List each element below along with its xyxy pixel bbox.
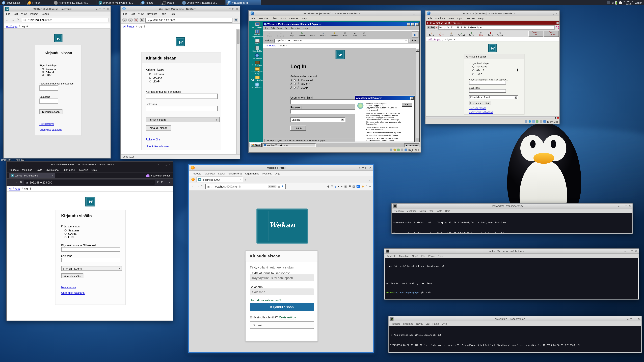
radio-salasana[interactable]: Salasana <box>472 65 487 68</box>
all-pages-link[interactable]: All Pages <box>428 38 440 40</box>
scrollbar[interactable]: ▲ <box>416 48 419 138</box>
menu-tyokalut[interactable]: Työkalut <box>262 172 272 175</box>
language-select[interactable]: Finnish / Suomi▾ <box>61 266 122 271</box>
refresh-button[interactable]: ↻Refresh <box>297 32 307 36</box>
language-select[interactable]: Suomi ⌄ <box>250 322 314 329</box>
language-select[interactable]: English▼ <box>290 117 345 122</box>
downloads-icon[interactable]: ↓ <box>335 185 336 188</box>
menu-file[interactable]: File <box>252 17 256 19</box>
back-button[interactable]: ⇦Back <box>264 32 275 37</box>
maximize-icon[interactable]: ▢ <box>625 204 627 207</box>
desktop-file-taito[interactable]: taito 1517 <box>16 158 26 161</box>
minimize-icon[interactable]: _ <box>407 23 410 26</box>
forgot-password-link[interactable]: Unohtuiko salasana <box>61 292 85 294</box>
page-info-icon[interactable]: ▢ <box>211 185 213 188</box>
menu-nayta[interactable]: Näytä <box>36 168 42 171</box>
extensions-puzzle-icon[interactable]: ⊞ <box>348 185 351 188</box>
username-input[interactable] <box>469 81 506 84</box>
register-link[interactable]: Rekisteröinti <box>146 138 160 141</box>
shade-icon[interactable]: ∧ <box>96 7 98 10</box>
password-input[interactable] <box>290 109 356 114</box>
mail-button[interactable]: ✉Mail <box>360 32 369 36</box>
forward-icon[interactable]: → <box>11 18 14 22</box>
stop-x-icon[interactable]: ✕ <box>436 26 437 29</box>
menu-muokkaa[interactable]: Muokkaa <box>406 210 416 212</box>
back-icon[interactable]: ← <box>122 17 127 22</box>
radio-oauth2[interactable]: ÂÂOAuth2 <box>290 82 310 85</box>
account-icon[interactable]: ◎ <box>157 181 159 184</box>
start-button[interactable]: Start <box>250 143 262 147</box>
menu-file[interactable]: File <box>123 12 127 15</box>
radio-salasana[interactable]: Salasana <box>64 229 79 232</box>
dillo-titlebar[interactable]: Dillo: WeKan Â® Multiverse ✕ <box>426 21 560 25</box>
radio-ldap[interactable]: LDAP <box>472 72 482 75</box>
forward-icon[interactable]: → <box>14 180 18 184</box>
maximize-icon[interactable]: ▢ <box>165 163 167 166</box>
password-input[interactable] <box>469 89 506 93</box>
back-icon[interactable]: ← <box>191 185 195 188</box>
taskbar-item-paate[interactable]: 5 Pääte <box>160 0 180 5</box>
password-input[interactable] <box>146 106 218 111</box>
ffmain-titlebar[interactable]: Mozilla Firefox ∧─▢✕ <box>189 165 374 171</box>
menu-go[interactable]: Go <box>285 27 288 30</box>
desktop-icon-my-briefcase[interactable]: My Briefcase <box>250 61 264 66</box>
all-pages-link[interactable]: All Pages <box>266 44 276 47</box>
terminal-titlebar[interactable]: >_ wekan@z: ~/repos/serenity ∧─▢✕ <box>392 204 632 209</box>
menu-ohje[interactable]: Ohje <box>445 210 450 212</box>
maximize-icon[interactable]: ▢ <box>552 12 554 14</box>
password-input[interactable] <box>61 258 120 262</box>
user-menu[interactable]: wekan <box>635 1 642 4</box>
bookmark-star-icon[interactable]: ★ <box>282 185 284 188</box>
menu-edit[interactable]: Edit <box>14 12 18 15</box>
menu-muokkaa[interactable]: Muokkaa <box>399 255 409 257</box>
username-input[interactable] <box>61 247 120 252</box>
close-icon[interactable]: ✕ <box>417 12 419 14</box>
url-input[interactable]: http://192.168.0.20:8000/sign-in <box>438 25 555 29</box>
url-input[interactable]: http://192.168.0.20:8000/ <box>146 17 232 22</box>
back-icon[interactable]: ← <box>6 18 9 22</box>
dialog-titlebar[interactable]: About Internet Explorer ✕ <box>355 96 414 100</box>
menu-favorites[interactable]: Favorites <box>291 27 300 30</box>
stop-icon[interactable]: ✕ <box>134 17 138 22</box>
terminal-titlebar[interactable]: >_ wekan@z: ~/repos/w/php/page ∧─▢✕ <box>384 249 639 254</box>
extension-icon-ublock[interactable]: ▣ <box>344 185 347 188</box>
radio-ldap[interactable]: LDAP <box>42 73 52 76</box>
reload-icon[interactable]: ↻ <box>16 18 19 21</box>
desktop-icon-ie-setup[interactable]: Internet Explorer Setup <box>250 67 264 75</box>
shield-icon[interactable]: ▣ <box>207 185 210 188</box>
clock[interactable]: 2023-05-10 22:53 <box>623 0 633 5</box>
applications-menu[interactable]: ✕ Sovellukset ⋮ <box>0 0 26 5</box>
desktop-icon-network-neighborhood[interactable]: Network Neighborhood <box>250 29 264 38</box>
minimize-icon[interactable]: ─ <box>162 163 163 166</box>
menu-view[interactable]: View <box>278 27 282 30</box>
menu-edit[interactable]: Edit <box>271 27 275 30</box>
menu-tiedosto[interactable]: Tiedosto <box>191 172 201 175</box>
signin-button[interactable]: Kirjaudu sisään <box>61 273 83 278</box>
taskbar-item-virtualboxvm[interactable]: 2 VirtualBoxVM <box>226 0 261 5</box>
tab-list-chevron-icon[interactable]: ⌄ <box>369 178 371 181</box>
minimize-icon[interactable]: ─ <box>100 7 101 10</box>
menu-paate[interactable]: Pääte <box>428 255 435 257</box>
notification-bell-icon[interactable] <box>619 1 622 4</box>
forward-icon[interactable]: → <box>128 17 133 22</box>
menu-nayta[interactable]: Näytä <box>218 172 225 175</box>
menu-view[interactable]: View <box>448 17 454 19</box>
radio-ldap[interactable]: LDAP <box>149 80 160 83</box>
home-button[interactable]: ⌂Home <box>446 31 456 36</box>
file-menu-button[interactable]: File <box>427 26 435 29</box>
maximize-icon[interactable]: □ <box>411 23 414 26</box>
forward-button[interactable]: ⇨Forward <box>275 32 286 37</box>
forgot-password-link[interactable]: Unohtuiko salasana <box>146 145 169 148</box>
radio-ldap[interactable]: ÂÂLDAP <box>290 86 308 89</box>
ie-titlebar[interactable]: WeKan ® Multiverse - Microsoft Internet … <box>263 22 420 26</box>
language-select[interactable]: Finnish / Suomi▼ <box>146 117 220 122</box>
extension-icon-card[interactable]: ▤ <box>352 185 355 188</box>
desktop-icon-recycle-bin[interactable]: Recycle Bin <box>250 46 264 52</box>
close-icon[interactable]: ✕ <box>369 166 371 169</box>
password-input[interactable] <box>250 289 314 295</box>
close-icon[interactable]: ✕ <box>107 7 109 10</box>
menu-etsi[interactable]: Etsi <box>421 255 426 257</box>
font-button[interactable]: AFont <box>350 32 360 36</box>
maximize-icon[interactable]: ▢ <box>413 12 415 14</box>
username-input[interactable] <box>40 85 58 91</box>
